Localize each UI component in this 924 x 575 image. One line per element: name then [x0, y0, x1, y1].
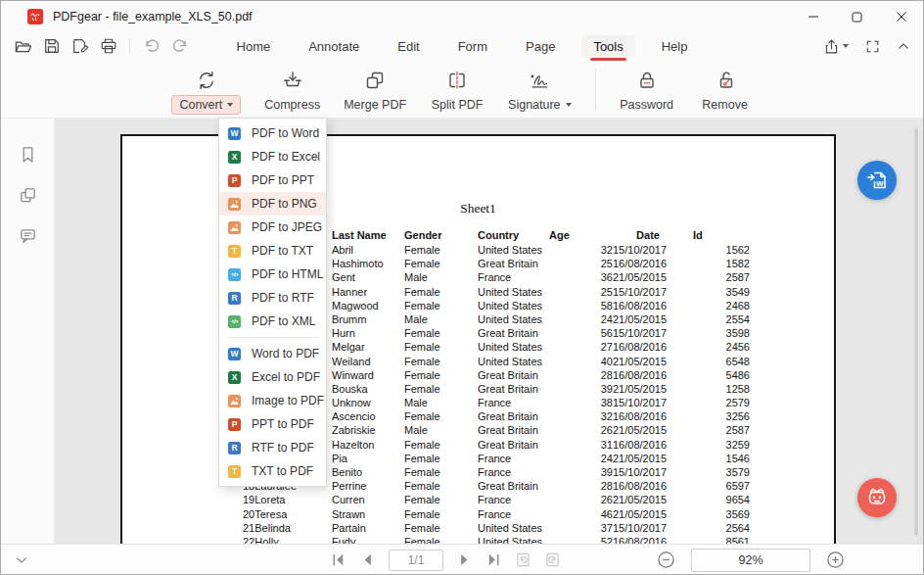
menu-item-pdf-to-ppt[interactable]: PPDF to PPT [219, 168, 326, 192]
menu-item-label: PPT to PDF [252, 417, 314, 431]
merge-pdf-icon [364, 67, 386, 91]
table-cell: 3549 [683, 285, 750, 299]
next-page-icon[interactable] [456, 551, 473, 568]
table-cell: 19Loreta [243, 493, 332, 506]
table-cell: 1562 [683, 243, 750, 257]
zoom-out-icon[interactable] [657, 551, 675, 569]
compress-button[interactable]: Compress [264, 67, 320, 115]
robot-assistant-icon [857, 478, 897, 517]
close-icon[interactable] [879, 1, 923, 32]
menu-item-pdf-to-word[interactable]: WPDF to Word [219, 121, 326, 145]
convert-icon [196, 67, 217, 91]
menu-item-rtf-to-pdf[interactable]: RRTF to PDF [219, 436, 326, 459]
minimize-icon[interactable] [791, 1, 835, 32]
menu-item-image-to-pdf[interactable]: Image to PDF [219, 389, 326, 412]
split-pdf-icon [446, 67, 468, 91]
open-file-icon[interactable] [11, 34, 35, 58]
window-controls [791, 1, 923, 32]
tab-tools[interactable]: Tools [581, 35, 634, 58]
table-cell: Curren [332, 493, 404, 506]
zoom-level-input[interactable]: 92% [691, 549, 810, 572]
menu-item-pdf-to-xml[interactable]: </>PDF to XML [219, 310, 326, 333]
table-cell: 6597 [683, 479, 750, 493]
menu-item-pdf-to-txt[interactable]: TPDF to TXT [219, 239, 326, 263]
menu-item-excel-to-pdf[interactable]: XExcel to PDF [219, 365, 326, 389]
table-cell: Unknow [332, 396, 404, 409]
table-cell: 16/08/2016 [613, 409, 683, 423]
menu-item-label: Excel to PDF [252, 370, 320, 384]
menu-item-label: PDF to Word [252, 126, 319, 140]
menu-item-pdf-to-html[interactable]: </>PDF to HTML [219, 263, 326, 286]
tab-help[interactable]: Help [650, 35, 700, 58]
share-icon[interactable] [823, 38, 849, 55]
table-cell: 21/05/2015 [613, 382, 683, 396]
split-pdf-button[interactable]: Split PDF [430, 67, 485, 115]
fullscreen-icon[interactable] [865, 39, 880, 54]
table-cell: Brumm [332, 312, 404, 326]
menu-separator [227, 337, 318, 338]
page-thumbnails-icon[interactable] [16, 184, 39, 206]
previous-page-icon[interactable] [359, 551, 376, 568]
redo-icon[interactable] [167, 34, 192, 58]
table-cell: Female [404, 382, 478, 396]
document-area[interactable]: Sheet1 Last NameGenderCountryAgeDateIdAb… [55, 119, 923, 546]
tab-edit[interactable]: Edit [386, 35, 431, 58]
last-page-icon[interactable] [485, 551, 502, 568]
bookmark-icon[interactable] [16, 144, 39, 166]
rotate-right-icon[interactable] [544, 551, 561, 568]
table-cell: France [478, 396, 549, 409]
pdf-to-word-fab-icon: W [857, 161, 897, 200]
xml-file-icon: </> [228, 315, 241, 328]
rotate-left-icon[interactable] [515, 551, 531, 568]
table-cell: 15/10/2017 [613, 285, 683, 299]
menu-item-pdf-to-jpeg[interactable]: PDF to JPEG [219, 216, 326, 239]
convert-button[interactable]: Convert [171, 67, 241, 115]
table-row: 21BelindaPartainFemaleUnited States3715/… [243, 521, 750, 535]
table-cell: 6548 [683, 355, 750, 368]
password-button[interactable]: Password [620, 67, 674, 115]
menu-item-word-to-pdf[interactable]: WWord to PDF [219, 342, 326, 365]
pdf-to-word-fab[interactable]: W [857, 161, 897, 200]
comment-icon[interactable] [16, 224, 39, 246]
table-cell: United States [478, 312, 549, 326]
collapse-statusbar-icon[interactable] [15, 545, 28, 575]
tab-page[interactable]: Page [514, 35, 567, 58]
undo-icon[interactable] [139, 34, 163, 58]
tab-annotate[interactable]: Annotate [297, 35, 371, 58]
menu-item-txt-to-pdf[interactable]: TTXT to PDF [219, 459, 326, 483]
menu-item-pdf-to-png[interactable]: PDF to PNG [219, 192, 326, 216]
signature-button[interactable]: Signature [508, 67, 572, 115]
quick-actions [11, 34, 192, 58]
zoom-in-icon[interactable] [826, 551, 845, 569]
table-cell: 40 [549, 355, 613, 368]
table-cell: 21/05/2015 [613, 423, 683, 437]
vertical-scrollbar[interactable] [914, 128, 918, 536]
maximize-icon[interactable] [835, 1, 879, 32]
table-cell: 15/10/2017 [613, 396, 683, 409]
remove-button[interactable]: Remove [698, 67, 753, 115]
print-icon[interactable] [96, 34, 120, 58]
tab-form[interactable]: Form [446, 35, 499, 58]
save-icon[interactable] [39, 34, 64, 58]
table-cell: Male [404, 396, 478, 409]
assistant-fab[interactable] [857, 478, 897, 517]
table-cell: 15/10/2017 [613, 465, 683, 479]
menu-item-ppt-to-pdf[interactable]: PPPT to PDF [219, 412, 326, 436]
table-cell: United States [478, 285, 549, 299]
table-cell: 3598 [683, 326, 750, 340]
signature-label: Signature [508, 98, 561, 112]
pdfgear-logo-icon [27, 9, 43, 24]
table-cell: Hazelton [332, 438, 404, 452]
menu-item-pdf-to-excel[interactable]: XPDF to Excel [219, 145, 326, 168]
merge-pdf-button[interactable]: Merge PDF [344, 67, 406, 115]
tab-home[interactable]: Home [225, 35, 283, 58]
collapse-ribbon-icon[interactable] [897, 39, 910, 53]
page-indicator-input[interactable]: 1/1 [389, 550, 443, 571]
menu-item-pdf-to-rtf[interactable]: RPDF to RTF [219, 286, 326, 310]
first-page-icon[interactable] [330, 551, 346, 568]
save-as-icon[interactable] [68, 34, 92, 58]
table-cell: 15/10/2017 [613, 326, 683, 340]
table-cell: 15/10/2017 [613, 243, 683, 257]
table-cell: 1546 [683, 452, 750, 465]
table-cell: Female [404, 479, 478, 493]
